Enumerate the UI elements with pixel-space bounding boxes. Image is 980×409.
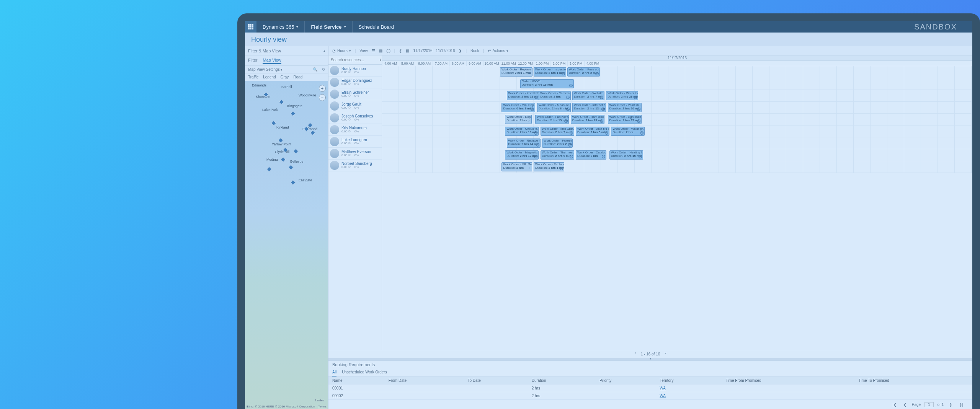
bottom-tab-unscheduled[interactable]: Unscheduled Work Orders bbox=[342, 368, 387, 376]
collapse-left-icon[interactable]: ◂ bbox=[323, 49, 325, 53]
refresh-icon[interactable]: ↻ bbox=[322, 67, 325, 72]
timeline-row[interactable]: Work Order - Min. Dep...Duration: 0 hrs … bbox=[382, 102, 972, 114]
map-pin-icon[interactable] bbox=[271, 121, 276, 126]
booking-block[interactable]: Work Order - Replace fo...Duration: 2 hr… bbox=[507, 139, 541, 148]
resource-row[interactable]: Kris Nakamura0.00 ©0% bbox=[328, 124, 382, 136]
location-icon[interactable]: ⌖ bbox=[379, 57, 382, 62]
map-tool-traffic[interactable]: Traffic bbox=[248, 75, 258, 79]
booking-block[interactable]: Work Order - MRI Serv...Duration: 2 hrs✓ bbox=[501, 162, 532, 171]
pager-down-icon[interactable]: ˅ bbox=[665, 352, 666, 356]
zoom-in-icon[interactable]: + bbox=[319, 85, 326, 92]
booking-block[interactable]: Work Order - Fan not w...Duration: 2 hrs… bbox=[535, 115, 569, 124]
timeline-row[interactable]: Work Order - Magnetic...Duration: 2 hrs … bbox=[382, 149, 972, 161]
booking-block[interactable]: Work Order - ReplaceDuration: 2 hrs 1 mi… bbox=[500, 67, 532, 77]
map-pin-icon[interactable] bbox=[266, 166, 272, 172]
column-header[interactable]: Name bbox=[328, 377, 385, 385]
booking-block[interactable]: Work Order - Hard disk...Duration: 2 hrs… bbox=[571, 115, 604, 124]
column-header[interactable]: To Date bbox=[464, 377, 528, 385]
booking-block[interactable]: Work Order - Data file c...Duration: 2 h… bbox=[576, 127, 609, 136]
column-header[interactable]: Time To Promised bbox=[855, 377, 972, 385]
booking-block[interactable]: Work Order - MRI Cust...Duration: 2 hrs … bbox=[541, 127, 574, 136]
map-tool-legend[interactable]: Legend bbox=[263, 75, 276, 79]
pager-next-icon[interactable]: ❯ bbox=[947, 402, 954, 407]
resource-row[interactable]: Brady Hannon0.00 ©0% bbox=[328, 65, 382, 77]
pager-first-icon[interactable]: |❮ bbox=[891, 402, 898, 407]
map-canvas[interactable]: + − Bing 2 miles © 2016 HERE © 2016 Micr… bbox=[245, 81, 328, 409]
map-pin-icon[interactable] bbox=[290, 111, 296, 116]
timeline-row[interactable]: Work Order - Replace fo...Duration: 2 hr… bbox=[382, 137, 972, 149]
book-button[interactable]: Book bbox=[470, 49, 479, 53]
booking-block[interactable]: Work Order - Fuse outDuration: 2 hrs 2 m… bbox=[567, 67, 600, 77]
resource-row[interactable]: Edgar Dominguez0.00 ©0% bbox=[328, 77, 382, 88]
map-pin-icon[interactable] bbox=[279, 99, 284, 105]
booking-block[interactable]: Work Order - ReplaceDuration: 2 hrs 1 mi… bbox=[534, 162, 564, 171]
timeline-row[interactable]: Work Order - ReplaceDuration: 2 hrs 1 mi… bbox=[382, 66, 972, 78]
booking-block[interactable]: Work Order - Website d...Duration: 2 hrs… bbox=[572, 91, 604, 100]
map-terms-link[interactable]: Terms bbox=[318, 405, 327, 408]
map-settings-dropdown[interactable]: Map View Settings ▾ bbox=[248, 67, 283, 72]
pager-prev-icon[interactable]: ❮ bbox=[902, 402, 908, 407]
booking-block[interactable]: Work Order - Paint shi...Duration: 2 hrs… bbox=[608, 103, 642, 112]
nav-product[interactable]: Dynamics 365 ▾ bbox=[256, 21, 305, 33]
booking-block[interactable]: Work Order - Magnetic...Duration: 2 hrs … bbox=[505, 150, 539, 160]
map-pin-icon[interactable] bbox=[290, 180, 296, 185]
territory-link[interactable]: WA bbox=[660, 386, 666, 390]
column-header[interactable]: From Date bbox=[385, 377, 464, 385]
timeline-grid[interactable]: Work Order - ReplaceDuration: 2 hrs 1 mi… bbox=[382, 66, 972, 173]
pager-up-icon[interactable]: ˄ bbox=[634, 352, 636, 356]
booking-block[interactable]: Work Order - Circuit fa...Duration: 2 hr… bbox=[505, 127, 539, 136]
booking-block[interactable]: Work Order - Catalog...Duration: 2 hrs◷ bbox=[576, 150, 606, 160]
resource-row[interactable]: Norbert Sandberg0.00 ©0% bbox=[328, 160, 382, 171]
booking-block[interactable]: Work Order - Water lea...Duration: 2 hrs… bbox=[606, 91, 638, 100]
next-day-icon[interactable]: ❯ bbox=[459, 49, 462, 53]
bottom-tab-all[interactable]: All bbox=[332, 368, 336, 376]
calendar-icon[interactable]: ▦ bbox=[406, 49, 409, 53]
column-header[interactable]: Territory bbox=[656, 377, 722, 385]
booking-block[interactable]: Work Order - Min. Dep...Duration: 0 hrs … bbox=[501, 103, 535, 112]
booking-block[interactable]: Work Order - Install Ne...Duration: 2 hr… bbox=[507, 91, 539, 100]
tab-map-view[interactable]: Map View bbox=[263, 57, 281, 64]
timeline-row[interactable]: Order - 00001Duration: 3 hrs 15 min◷ bbox=[382, 78, 972, 90]
territory-link[interactable]: WA bbox=[660, 394, 666, 398]
map-pin-icon[interactable] bbox=[288, 165, 294, 170]
app-launcher-icon[interactable] bbox=[245, 21, 256, 33]
timeline-row[interactable]: Work Order - Repla...Duration: 2 hrs✓Wor… bbox=[382, 114, 972, 125]
map-pin-icon[interactable] bbox=[281, 157, 286, 162]
date-range-label[interactable]: 11/17/2016 - 11/17/2016 bbox=[413, 49, 455, 53]
column-header[interactable]: Priority bbox=[596, 377, 656, 385]
booking-block[interactable]: Order - 00001Duration: 3 hrs 15 min◷ bbox=[520, 79, 574, 88]
nav-module[interactable]: Field Service ▾ bbox=[305, 21, 352, 33]
map-tool-road[interactable]: Road bbox=[293, 75, 302, 79]
booking-block[interactable]: Work Order - Internet c...Duration: 2 hr… bbox=[572, 103, 606, 112]
nav-breadcrumb[interactable]: Schedule Board bbox=[353, 21, 400, 33]
splitter-handle[interactable] bbox=[328, 358, 972, 360]
resource-search-input[interactable] bbox=[331, 58, 379, 62]
booking-block[interactable]: Work Order - Thermost...Duration: 2 hrs … bbox=[541, 150, 574, 160]
booking-block[interactable]: Work Order - Camera s...Duration: 2 hrs◷ bbox=[539, 91, 571, 100]
map-pin-icon[interactable] bbox=[293, 148, 299, 154]
booking-block[interactable]: Work Order - Repla...Duration: 2 hrs✓ bbox=[505, 115, 532, 124]
column-header[interactable]: Time From Promised bbox=[722, 377, 855, 385]
view-grid-icon[interactable]: ▦ bbox=[379, 49, 382, 53]
booking-block[interactable]: Work Order - Light bulb...Duration: 2 hr… bbox=[608, 115, 642, 124]
resource-row[interactable]: Jorge Gault0.00 ©0% bbox=[328, 100, 382, 112]
prev-day-icon[interactable]: ❮ bbox=[399, 49, 402, 53]
search-icon[interactable]: 🔍 bbox=[313, 67, 317, 72]
actions-dropdown[interactable]: ⇄ Actions ▾ bbox=[488, 49, 508, 53]
map-tool-gray[interactable]: Gray bbox=[281, 75, 289, 79]
zoom-out-icon[interactable]: − bbox=[319, 94, 326, 101]
pager-last-icon[interactable]: ❯| bbox=[957, 402, 965, 407]
timescale-dropdown[interactable]: ◔ Hours ▾ bbox=[332, 49, 351, 53]
view-list-icon[interactable]: ☰ bbox=[372, 49, 375, 53]
map-pin-icon[interactable] bbox=[310, 130, 315, 135]
booking-block[interactable]: Work Order - Heating fi...Duration: 2 hr… bbox=[609, 150, 643, 160]
timeline-row[interactable]: Work Order - Circuit fa...Duration: 2 hr… bbox=[382, 125, 972, 137]
view-globe-icon[interactable]: ◯ bbox=[386, 49, 390, 53]
booking-block[interactable]: Work Order - MeasureDuration: 2 hrs 6 mi… bbox=[537, 103, 571, 112]
resource-row[interactable]: Matthew Everson0.00 ©0% bbox=[328, 148, 382, 160]
booking-block[interactable]: Work Order - Water pr...Duration: 2 hrs◷ bbox=[611, 127, 645, 136]
resource-row[interactable]: Joseph Gonsalves0.00 ©0% bbox=[328, 112, 382, 124]
timeline-row[interactable]: Work Order - MRI Serv...Duration: 2 hrs✓… bbox=[382, 161, 972, 173]
table-row[interactable]: 000012 hrsWA bbox=[328, 385, 972, 392]
table-row[interactable]: 000022 hrsWA bbox=[328, 392, 972, 400]
